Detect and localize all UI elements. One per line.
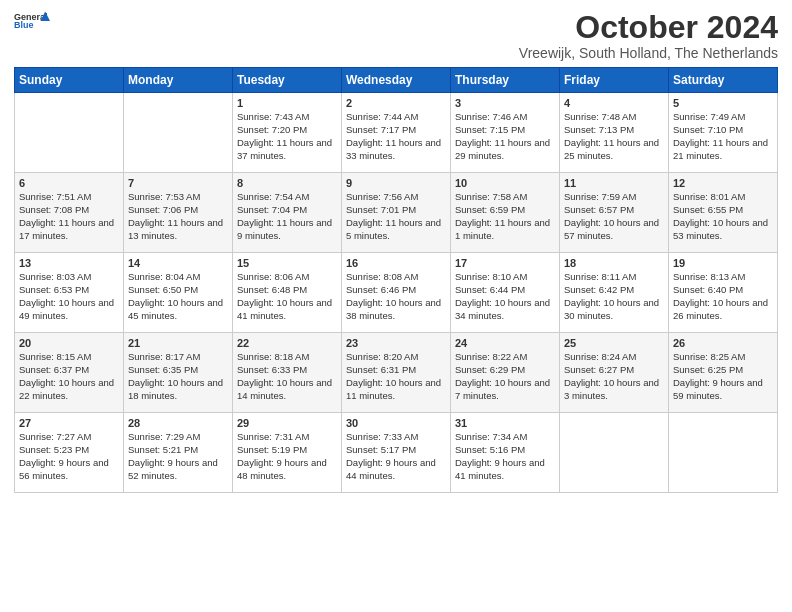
day-cell: 25Sunrise: 8:24 AM Sunset: 6:27 PM Dayli… — [560, 333, 669, 413]
month-title: October 2024 — [519, 10, 778, 45]
day-cell: 27Sunrise: 7:27 AM Sunset: 5:23 PM Dayli… — [15, 413, 124, 493]
day-info: Sunrise: 7:29 AM Sunset: 5:21 PM Dayligh… — [128, 431, 228, 482]
day-number: 19 — [673, 257, 773, 269]
day-number: 5 — [673, 97, 773, 109]
day-cell: 30Sunrise: 7:33 AM Sunset: 5:17 PM Dayli… — [342, 413, 451, 493]
day-header-sunday: Sunday — [15, 68, 124, 93]
day-number: 8 — [237, 177, 337, 189]
day-cell: 7Sunrise: 7:53 AM Sunset: 7:06 PM Daylig… — [124, 173, 233, 253]
day-number: 3 — [455, 97, 555, 109]
day-number: 30 — [346, 417, 446, 429]
day-info: Sunrise: 7:54 AM Sunset: 7:04 PM Dayligh… — [237, 191, 337, 242]
day-cell: 21Sunrise: 8:17 AM Sunset: 6:35 PM Dayli… — [124, 333, 233, 413]
day-number: 12 — [673, 177, 773, 189]
day-cell: 6Sunrise: 7:51 AM Sunset: 7:08 PM Daylig… — [15, 173, 124, 253]
header-row: SundayMondayTuesdayWednesdayThursdayFrid… — [15, 68, 778, 93]
day-info: Sunrise: 7:58 AM Sunset: 6:59 PM Dayligh… — [455, 191, 555, 242]
day-header-saturday: Saturday — [669, 68, 778, 93]
day-number: 15 — [237, 257, 337, 269]
week-row-2: 6Sunrise: 7:51 AM Sunset: 7:08 PM Daylig… — [15, 173, 778, 253]
day-number: 24 — [455, 337, 555, 349]
svg-text:Blue: Blue — [14, 20, 34, 30]
day-info: Sunrise: 7:56 AM Sunset: 7:01 PM Dayligh… — [346, 191, 446, 242]
day-header-tuesday: Tuesday — [233, 68, 342, 93]
day-cell: 14Sunrise: 8:04 AM Sunset: 6:50 PM Dayli… — [124, 253, 233, 333]
day-cell: 28Sunrise: 7:29 AM Sunset: 5:21 PM Dayli… — [124, 413, 233, 493]
day-info: Sunrise: 8:22 AM Sunset: 6:29 PM Dayligh… — [455, 351, 555, 402]
day-cell: 12Sunrise: 8:01 AM Sunset: 6:55 PM Dayli… — [669, 173, 778, 253]
day-number: 4 — [564, 97, 664, 109]
day-info: Sunrise: 8:13 AM Sunset: 6:40 PM Dayligh… — [673, 271, 773, 322]
day-number: 29 — [237, 417, 337, 429]
day-info: Sunrise: 8:20 AM Sunset: 6:31 PM Dayligh… — [346, 351, 446, 402]
day-header-wednesday: Wednesday — [342, 68, 451, 93]
day-number: 9 — [346, 177, 446, 189]
day-number: 28 — [128, 417, 228, 429]
day-info: Sunrise: 8:03 AM Sunset: 6:53 PM Dayligh… — [19, 271, 119, 322]
day-cell: 18Sunrise: 8:11 AM Sunset: 6:42 PM Dayli… — [560, 253, 669, 333]
day-info: Sunrise: 8:10 AM Sunset: 6:44 PM Dayligh… — [455, 271, 555, 322]
day-cell: 16Sunrise: 8:08 AM Sunset: 6:46 PM Dayli… — [342, 253, 451, 333]
week-row-4: 20Sunrise: 8:15 AM Sunset: 6:37 PM Dayli… — [15, 333, 778, 413]
day-info: Sunrise: 8:01 AM Sunset: 6:55 PM Dayligh… — [673, 191, 773, 242]
day-number: 13 — [19, 257, 119, 269]
day-header-monday: Monday — [124, 68, 233, 93]
day-cell: 22Sunrise: 8:18 AM Sunset: 6:33 PM Dayli… — [233, 333, 342, 413]
day-cell: 24Sunrise: 8:22 AM Sunset: 6:29 PM Dayli… — [451, 333, 560, 413]
day-info: Sunrise: 7:33 AM Sunset: 5:17 PM Dayligh… — [346, 431, 446, 482]
day-cell: 10Sunrise: 7:58 AM Sunset: 6:59 PM Dayli… — [451, 173, 560, 253]
day-info: Sunrise: 8:24 AM Sunset: 6:27 PM Dayligh… — [564, 351, 664, 402]
header: General Blue October 2024 Vreewijk, Sout… — [14, 10, 778, 61]
day-info: Sunrise: 7:46 AM Sunset: 7:15 PM Dayligh… — [455, 111, 555, 162]
day-number: 17 — [455, 257, 555, 269]
day-cell — [669, 413, 778, 493]
day-cell — [124, 93, 233, 173]
day-cell: 1Sunrise: 7:43 AM Sunset: 7:20 PM Daylig… — [233, 93, 342, 173]
day-info: Sunrise: 7:49 AM Sunset: 7:10 PM Dayligh… — [673, 111, 773, 162]
day-cell: 15Sunrise: 8:06 AM Sunset: 6:48 PM Dayli… — [233, 253, 342, 333]
day-number: 22 — [237, 337, 337, 349]
day-info: Sunrise: 7:44 AM Sunset: 7:17 PM Dayligh… — [346, 111, 446, 162]
day-number: 1 — [237, 97, 337, 109]
day-number: 14 — [128, 257, 228, 269]
day-info: Sunrise: 8:06 AM Sunset: 6:48 PM Dayligh… — [237, 271, 337, 322]
day-number: 23 — [346, 337, 446, 349]
day-number: 25 — [564, 337, 664, 349]
day-cell: 29Sunrise: 7:31 AM Sunset: 5:19 PM Dayli… — [233, 413, 342, 493]
day-number: 26 — [673, 337, 773, 349]
day-info: Sunrise: 7:34 AM Sunset: 5:16 PM Dayligh… — [455, 431, 555, 482]
day-number: 10 — [455, 177, 555, 189]
title-block: October 2024 Vreewijk, South Holland, Th… — [519, 10, 778, 61]
calendar-table: SundayMondayTuesdayWednesdayThursdayFrid… — [14, 67, 778, 493]
day-header-thursday: Thursday — [451, 68, 560, 93]
day-cell: 8Sunrise: 7:54 AM Sunset: 7:04 PM Daylig… — [233, 173, 342, 253]
day-cell: 5Sunrise: 7:49 AM Sunset: 7:10 PM Daylig… — [669, 93, 778, 173]
week-row-3: 13Sunrise: 8:03 AM Sunset: 6:53 PM Dayli… — [15, 253, 778, 333]
day-info: Sunrise: 8:25 AM Sunset: 6:25 PM Dayligh… — [673, 351, 773, 402]
day-info: Sunrise: 7:51 AM Sunset: 7:08 PM Dayligh… — [19, 191, 119, 242]
day-info: Sunrise: 7:31 AM Sunset: 5:19 PM Dayligh… — [237, 431, 337, 482]
day-cell: 3Sunrise: 7:46 AM Sunset: 7:15 PM Daylig… — [451, 93, 560, 173]
day-cell: 23Sunrise: 8:20 AM Sunset: 6:31 PM Dayli… — [342, 333, 451, 413]
day-number: 6 — [19, 177, 119, 189]
day-number: 27 — [19, 417, 119, 429]
day-number: 2 — [346, 97, 446, 109]
day-info: Sunrise: 8:08 AM Sunset: 6:46 PM Dayligh… — [346, 271, 446, 322]
day-header-friday: Friday — [560, 68, 669, 93]
day-info: Sunrise: 8:18 AM Sunset: 6:33 PM Dayligh… — [237, 351, 337, 402]
day-number: 11 — [564, 177, 664, 189]
day-info: Sunrise: 8:11 AM Sunset: 6:42 PM Dayligh… — [564, 271, 664, 322]
day-cell: 2Sunrise: 7:44 AM Sunset: 7:17 PM Daylig… — [342, 93, 451, 173]
day-info: Sunrise: 7:53 AM Sunset: 7:06 PM Dayligh… — [128, 191, 228, 242]
logo: General Blue — [14, 10, 50, 32]
day-info: Sunrise: 7:59 AM Sunset: 6:57 PM Dayligh… — [564, 191, 664, 242]
day-number: 21 — [128, 337, 228, 349]
day-info: Sunrise: 8:17 AM Sunset: 6:35 PM Dayligh… — [128, 351, 228, 402]
day-number: 31 — [455, 417, 555, 429]
week-row-5: 27Sunrise: 7:27 AM Sunset: 5:23 PM Dayli… — [15, 413, 778, 493]
day-cell: 20Sunrise: 8:15 AM Sunset: 6:37 PM Dayli… — [15, 333, 124, 413]
day-cell: 13Sunrise: 8:03 AM Sunset: 6:53 PM Dayli… — [15, 253, 124, 333]
day-info: Sunrise: 7:43 AM Sunset: 7:20 PM Dayligh… — [237, 111, 337, 162]
day-cell: 26Sunrise: 8:25 AM Sunset: 6:25 PM Dayli… — [669, 333, 778, 413]
day-cell: 17Sunrise: 8:10 AM Sunset: 6:44 PM Dayli… — [451, 253, 560, 333]
